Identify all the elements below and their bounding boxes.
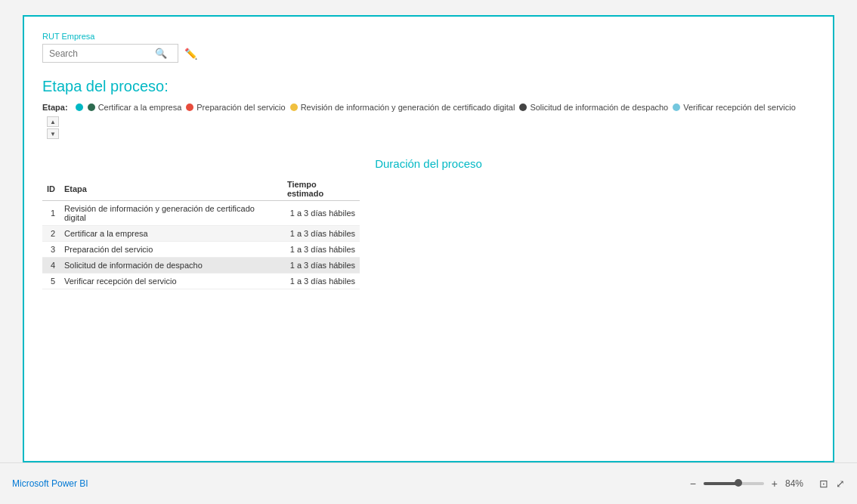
cell-tiempo: 1 a 3 días hábiles <box>283 274 360 289</box>
dot-yellow <box>290 104 298 111</box>
search-section: RUT Empresa 🔍 ✏️ <box>42 32 815 63</box>
powerbi-link[interactable]: Microsoft Power BI <box>12 478 88 489</box>
legend-item-2: Preparación del servicio <box>186 103 285 112</box>
table-header-row: ID Etapa Tiempo estimado <box>42 178 360 201</box>
duration-title: Duración del proceso <box>42 157 815 170</box>
scroll-up-button[interactable]: ▲ <box>47 116 59 127</box>
fit-page-icon[interactable]: ⊡ <box>819 478 828 490</box>
col-header-etapa: Etapa <box>60 178 283 201</box>
table-row: 4 Solicitud de información de despacho 1… <box>42 258 360 274</box>
duration-section: Duración del proceso ID Etapa Tiempo est… <box>42 157 815 289</box>
cell-tiempo: 1 a 3 días hábiles <box>283 226 360 242</box>
zoom-minus-button[interactable]: − <box>690 478 696 490</box>
legend-item-0 <box>76 104 83 111</box>
legend-label-3: Revisión de información y generación de … <box>301 103 515 112</box>
table-row: 2 Certificar a la empresa 1 a 3 días háb… <box>42 226 360 242</box>
zoom-slider-thumb <box>735 479 742 487</box>
table-row: 3 Preparación del servicio 1 a 3 días há… <box>42 242 360 258</box>
eraser-icon[interactable]: ✏️ <box>184 48 197 60</box>
legend-label-1: Certificar a la empresa <box>98 103 182 112</box>
expand-icon[interactable]: ⤢ <box>836 478 845 490</box>
legend-item-1: Certificar a la empresa <box>88 103 182 112</box>
dot-darkgreen <box>88 104 95 111</box>
legend-item-3: Revisión de información y generación de … <box>290 103 515 112</box>
cell-tiempo: 1 a 3 días hábiles <box>283 258 360 274</box>
cell-id: 4 <box>42 258 60 274</box>
search-box[interactable]: 🔍 <box>42 44 178 63</box>
scroll-down-button[interactable]: ▼ <box>47 128 59 139</box>
etapa-label: Etapa: <box>42 103 68 112</box>
zoom-level-label: 84% <box>785 478 812 489</box>
cell-id: 5 <box>42 274 60 289</box>
legend-item-4: Solicitud de información de despacho <box>519 103 668 112</box>
etapa-section: Etapa del proceso: Etapa: Certificar a l… <box>42 78 815 139</box>
cell-id: 2 <box>42 226 60 242</box>
cell-etapa: Preparación del servicio <box>60 242 283 258</box>
search-icon[interactable]: 🔍 <box>155 48 167 59</box>
cell-tiempo: 1 a 3 días hábiles <box>283 201 360 226</box>
legend-item-5: Verificar recepción del servicio <box>673 103 796 112</box>
field-label: RUT Empresa <box>42 32 815 41</box>
legend-label-2: Preparación del servicio <box>196 103 285 112</box>
bottom-bar: Microsoft Power BI − + 84% ⊡ ⤢ <box>0 462 857 504</box>
legend-scroll-buttons: ▲ ▼ <box>47 116 59 139</box>
dot-red <box>186 104 193 111</box>
etapa-title: Etapa del proceso: <box>42 78 815 95</box>
cell-tiempo: 1 a 3 días hábiles <box>283 242 360 258</box>
duration-table: ID Etapa Tiempo estimado 1 Revisión de i… <box>42 178 360 289</box>
search-input[interactable] <box>49 48 155 59</box>
col-header-tiempo: Tiempo estimado <box>283 178 360 201</box>
main-panel: RUT Empresa 🔍 ✏️ Etapa del proceso: Etap… <box>23 15 834 462</box>
bottom-right-controls: − + 84% ⊡ ⤢ <box>690 478 845 490</box>
table-body: 1 Revisión de información y generación d… <box>42 201 360 289</box>
dot-lightblue <box>673 104 680 111</box>
etapa-legend: Etapa: Certificar a la empresa Preparaci… <box>42 103 815 139</box>
cell-etapa: Verificar recepción del servicio <box>60 274 283 289</box>
dot-teal <box>76 104 83 111</box>
cell-id: 1 <box>42 201 60 226</box>
legend-label-5: Verificar recepción del servicio <box>683 103 796 112</box>
cell-id: 3 <box>42 242 60 258</box>
search-row: 🔍 ✏️ <box>42 44 815 63</box>
legend-label-4: Solicitud de información de despacho <box>530 103 668 112</box>
cell-etapa: Revisión de información y generación de … <box>60 201 283 226</box>
col-header-id: ID <box>42 178 60 201</box>
cell-etapa: Solicitud de información de despacho <box>60 258 283 274</box>
zoom-plus-button[interactable]: + <box>772 478 778 490</box>
table-row: 1 Revisión de información y generación d… <box>42 201 360 226</box>
zoom-slider-track[interactable] <box>704 482 764 485</box>
cell-etapa: Certificar a la empresa <box>60 226 283 242</box>
dot-darkgray <box>519 104 527 111</box>
table-row: 5 Verificar recepción del servicio 1 a 3… <box>42 274 360 289</box>
